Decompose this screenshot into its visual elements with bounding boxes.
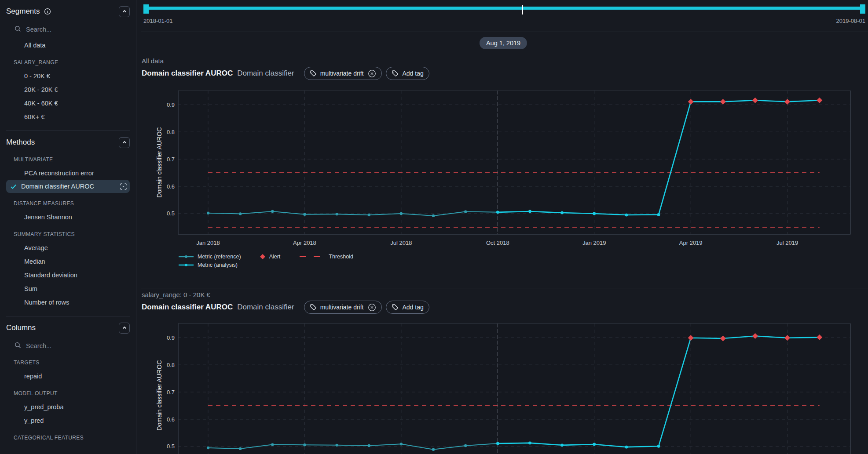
- threshold-dash-icon: [299, 254, 325, 259]
- columns-search-input[interactable]: [25, 342, 106, 350]
- cursor-date-chip: Aug 1, 2019: [480, 37, 527, 49]
- chart-title: Domain classifier AUROC: [142, 69, 233, 78]
- group-label-multivariate: MULTIVARIATE: [0, 153, 136, 166]
- sidebar-section-columns: ColumnsTARGETSrepaidMODEL OUTPUTy_pred_p…: [0, 316, 136, 444]
- svg-text:Jul 2019: Jul 2019: [776, 240, 798, 246]
- chart-title: Domain classifier AUROC: [142, 303, 233, 312]
- sidebar-item-label: y_pred: [24, 417, 44, 424]
- svg-text:0.7: 0.7: [167, 389, 175, 396]
- remove-tag-icon[interactable]: [368, 303, 376, 312]
- sidebar-item-y-pred[interactable]: y_pred: [0, 414, 136, 427]
- tag-icon: [310, 304, 317, 311]
- add-tag-button[interactable]: Add tag: [386, 301, 429, 314]
- section-title-methods: Methods: [6, 138, 35, 147]
- divider: [141, 32, 868, 32]
- svg-text:Domain classifier AUROC: Domain classifier AUROC: [156, 127, 163, 197]
- tag-label: multivariate drift: [320, 70, 364, 77]
- remove-tag-icon[interactable]: [368, 69, 376, 78]
- tag-multivariate-drift[interactable]: multivariate drift: [304, 301, 382, 314]
- svg-text:Jul 2018: Jul 2018: [390, 240, 412, 246]
- sidebar-item-pca-reconstruction-error[interactable]: PCA reconstruction error: [0, 166, 136, 180]
- svg-text:0.9: 0.9: [167, 102, 175, 108]
- group-label-distance-measures: DISTANCE MEASURES: [0, 196, 136, 210]
- timeline-left-handle[interactable]: [143, 4, 149, 14]
- legend-row: Metric (reference)AlertThreshold: [178, 254, 353, 260]
- sidebar-item-all-data[interactable]: All data: [0, 38, 136, 52]
- segments-search-input[interactable]: [25, 25, 106, 33]
- legend-row: Metric (analysis): [178, 262, 353, 268]
- focus-method-icon[interactable]: [120, 183, 127, 190]
- chevron-up-icon: [122, 325, 127, 331]
- sidebar-item-label: 20K - 20K €: [24, 86, 58, 93]
- search-icon: [15, 342, 21, 350]
- sidebar-item-label: Jensen Shannon: [24, 214, 72, 221]
- group-label-categorical-features: CATEGORICAL FEATURES: [0, 431, 136, 444]
- sidebar-item-label: repaid: [24, 373, 42, 380]
- sidebar-item-domain-classifier-auroc[interactable]: Domain classifier AUROC: [6, 180, 130, 193]
- chart-title-row: Domain classifier AUROCDomain classifier…: [142, 67, 429, 80]
- sidebar-item-label: Number of rows: [24, 299, 69, 306]
- add-tag-button[interactable]: Add tag: [386, 67, 429, 80]
- legend-label-threshold: Threshold: [329, 254, 353, 260]
- tag-icon: [392, 304, 399, 311]
- svg-text:0.6: 0.6: [167, 183, 175, 190]
- timeline-end-date: 2019-08-01: [836, 18, 866, 24]
- svg-text:0.8: 0.8: [167, 129, 175, 135]
- sidebar-item-repaid[interactable]: repaid: [0, 369, 136, 383]
- sidebar-item-label: PCA reconstruction error: [24, 170, 94, 177]
- sidebar-item-0-20k[interactable]: 0 - 20K €: [0, 69, 136, 83]
- chart-plot-1[interactable]: 0.50.60.70.80.9Jan 2018Apr 2018Jul 2018O…: [150, 323, 853, 454]
- chevron-up-icon: [122, 140, 127, 145]
- sidebar-item-number-of-rows[interactable]: Number of rows: [0, 295, 136, 309]
- search-row-columns: [0, 337, 136, 355]
- sidebar-item-label: 60K+ €: [24, 113, 44, 120]
- tag-multivariate-drift[interactable]: multivariate drift: [304, 67, 382, 80]
- group-label-model-output: MODEL OUTPUT: [0, 386, 136, 400]
- timeline-range-bar[interactable]: [143, 7, 865, 10]
- sidebar-item-60k[interactable]: 60K+ €: [0, 110, 136, 123]
- sidebar-item-y-pred-proba[interactable]: y_pred_proba: [0, 400, 136, 414]
- timeline-right-handle[interactable]: [860, 4, 865, 14]
- chart-plot-0[interactable]: 0.50.60.70.80.9Jan 2018Apr 2018Jul 2018O…: [150, 91, 853, 256]
- tag-icon: [392, 70, 399, 77]
- chart-legend-0: Metric (reference)AlertThresholdMetric (…: [178, 254, 353, 268]
- sidebar-item-standard-deviation[interactable]: Standard deviation: [0, 268, 136, 282]
- svg-text:Apr 2019: Apr 2019: [679, 240, 703, 246]
- sidebar-item-sum[interactable]: Sum: [0, 282, 136, 295]
- sidebar-item-median[interactable]: Median: [0, 254, 136, 268]
- legend-label-alert: Alert: [269, 254, 281, 260]
- sidebar-item-jensen-shannon[interactable]: Jensen Shannon: [0, 210, 136, 224]
- main-area: 2018-01-01 2019-08-01 Aug 1, 2019 All da…: [136, 0, 868, 454]
- sidebar-item-label: Sum: [24, 285, 37, 292]
- timeline-cursor[interactable]: [522, 5, 523, 15]
- tag-label: Add tag: [402, 70, 423, 77]
- divider: [141, 288, 868, 288]
- sidebar-item-40k-60k[interactable]: 40K - 60K €: [0, 96, 136, 110]
- sidebar-item-average[interactable]: Average: [0, 241, 136, 254]
- sidebar-section-header: Segments: [0, 2, 136, 21]
- timeline-start-date: 2018-01-01: [143, 18, 173, 24]
- svg-text:Oct 2018: Oct 2018: [486, 240, 509, 246]
- svg-text:0.6: 0.6: [167, 416, 175, 423]
- metric-line-chart[interactable]: 0.50.60.70.80.9Jan 2018Apr 2018Jul 2018O…: [150, 91, 853, 254]
- sidebar-item-label: Domain classifier AUROC: [21, 183, 94, 190]
- collapse-segments-button[interactable]: [119, 6, 130, 17]
- group-label-salary-range: SALARY_RANGE: [0, 55, 136, 69]
- info-icon: [44, 8, 51, 15]
- sidebar-section-header: Methods: [0, 133, 136, 152]
- chart-title-row: Domain classifier AUROCDomain classifier…: [142, 301, 429, 314]
- collapse-columns-button[interactable]: [119, 323, 130, 334]
- sidebar-item-label: Standard deviation: [24, 272, 77, 279]
- chart-tags: multivariate driftAdd tag: [304, 67, 429, 80]
- svg-text:0.5: 0.5: [167, 443, 175, 450]
- chart-segment-label: All data: [142, 57, 429, 65]
- metric-line-chart[interactable]: 0.50.60.70.80.9Jan 2018Apr 2018Jul 2018O…: [150, 323, 853, 454]
- collapse-methods-button[interactable]: [119, 137, 130, 148]
- chart-subtitle: Domain classifier: [237, 303, 294, 312]
- svg-text:0.5: 0.5: [167, 210, 175, 217]
- group-label-summary-statistics: SUMMARY STATISTICS: [0, 227, 136, 241]
- chart-subtitle: Domain classifier: [237, 69, 294, 78]
- chart-header-1: salary_range: 0 - 20K €Domain classifier…: [142, 291, 429, 314]
- search-icon: [15, 25, 21, 34]
- sidebar-item-20k-20k[interactable]: 20K - 20K €: [0, 83, 136, 96]
